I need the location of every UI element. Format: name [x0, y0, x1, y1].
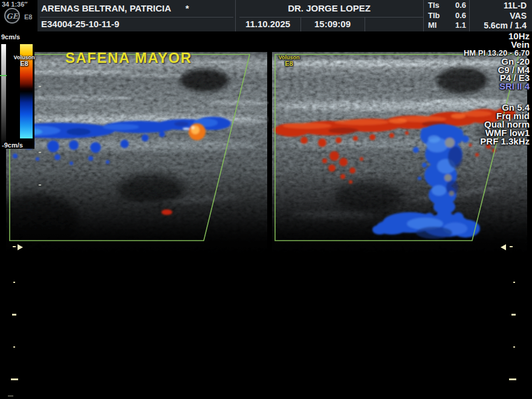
watermark-left: Voluson E8 [12, 54, 36, 66]
svg-text:GE: GE [6, 12, 19, 21]
depth-tick [12, 314, 16, 316]
depth-tick [510, 246, 513, 247]
ultrasound-screen: 34 1:36″ GE E8 ARENAS BELTRAN, PATRICIA … [0, 0, 532, 399]
ge-logo-icon: GE [4, 7, 21, 24]
acoustic-output-block: TIs0.6 TIb0.6 MI1.1 [424, 1, 469, 31]
grayscale-bar [1, 44, 6, 148]
depth-tick [13, 346, 15, 348]
depth-tick [39, 119, 41, 120]
depth-tick [513, 282, 515, 283]
tib-value: 0.6 [455, 11, 466, 21]
preset-name: VAS [470, 11, 530, 21]
annotation-text: SAFENA MAYOR [65, 50, 192, 66]
exam-date: 11.10.2025 [235, 19, 300, 29]
header-divider [365, 17, 365, 31]
physician-field[interactable]: DR. JORGE LOPEZ [235, 3, 423, 13]
parameter-column: 10Hz Vein HM PI 13.20 - 6.70 Gn -20 C9 /… [464, 32, 530, 146]
depth-tick [509, 378, 516, 380]
application: Vein [464, 41, 530, 49]
depth-tick [513, 346, 515, 348]
probe-name: 11L-D [470, 1, 530, 11]
focus-marker-icon[interactable] [18, 244, 23, 250]
depth-tick [511, 314, 516, 316]
patient-name-field[interactable]: ARENAS BELTRAN, PATRICIA * [41, 3, 189, 13]
system-model-badge: E8 [24, 13, 32, 21]
depth-frequency: 5.6cm / 1.4 [470, 21, 530, 31]
focus-marker-icon[interactable] [501, 244, 506, 250]
model-label: E8 [12, 60, 36, 66]
depth-tick [39, 86, 41, 87]
velocity-scale-max: 9cm/s [1, 33, 20, 41]
header-divider [40, 17, 233, 18]
tis-label: TIs [428, 1, 440, 11]
sri-setting: SRI II 4 [464, 82, 530, 91]
ultrasound-image-left [0, 42, 272, 265]
image-panel-left[interactable] [0, 42, 272, 265]
tis-value: 0.6 [455, 1, 466, 11]
cf-prf: PRF 1.3kHz [464, 137, 530, 146]
depth-tick [39, 184, 41, 186]
mi-value: 1.1 [455, 21, 466, 31]
patient-flag: * [186, 3, 189, 13]
depth-tick [11, 378, 18, 380]
depth-tick [8, 395, 13, 397]
mi-label: MI [428, 21, 436, 31]
depth-tick [13, 246, 16, 247]
flow-speck-red-left [161, 210, 172, 215]
exam-time: 15:09:09 [300, 19, 365, 29]
velocity-scale-min: -9cm/s [2, 141, 23, 149]
depth-fade-left [6, 170, 267, 261]
model-label: E8 [277, 60, 301, 66]
header-divider [239, 17, 423, 18]
depth-tick [39, 152, 41, 153]
probe-block: 11L-D VAS 5.6cm / 1.4 [470, 1, 530, 31]
grayscale-marker [0, 75, 7, 76]
depth-tick [13, 282, 15, 283]
tib-label: TIb [428, 11, 440, 21]
watermark-right: Voluson E8 [277, 54, 301, 66]
exam-id-field[interactable]: E34004-25-10-11-9 [41, 19, 119, 29]
patient-name: ARENAS BELTRAN, PATRICIA [41, 3, 170, 13]
